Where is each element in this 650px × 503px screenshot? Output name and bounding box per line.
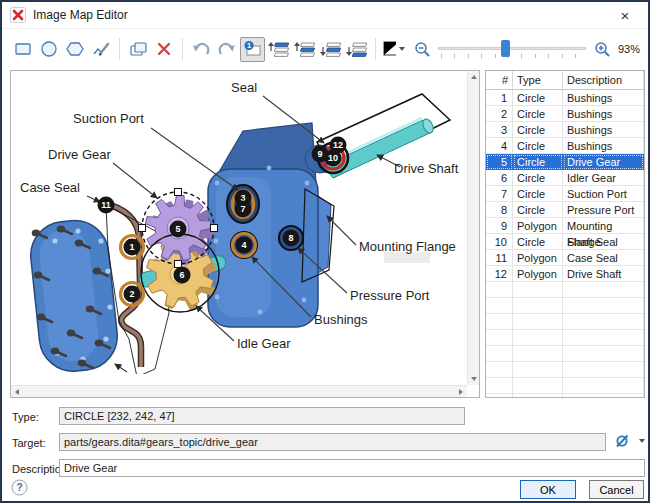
table-empty-row: [486, 282, 644, 298]
zoom-slider-track: [438, 47, 586, 50]
undo-button[interactable]: [188, 37, 213, 62]
description-field[interactable]: [59, 459, 645, 477]
show-numbers-toggle[interactable]: 1: [240, 37, 265, 62]
title-bar: Image Map Editor ×: [2, 2, 648, 29]
ok-button[interactable]: OK: [520, 480, 576, 499]
target-dropdown-icon[interactable]: [639, 439, 645, 443]
area-marker-11[interactable]: 11: [98, 197, 115, 214]
scroll-down-icon[interactable]: [471, 377, 477, 381]
areas-table: # Type Description 1CircleBushings2Circl…: [485, 70, 645, 398]
image-map-canvas-panel: SealSuction PortDrive GearCase SealDrive…: [10, 70, 480, 398]
horizontal-scrollbar[interactable]: [11, 385, 467, 397]
table-cell: Shaft Seal: [563, 234, 644, 250]
table-cell: Circle: [513, 154, 563, 170]
table-row[interactable]: 4CircleBushings: [486, 138, 644, 154]
selection-handle-w[interactable]: [139, 225, 146, 232]
freeform-tool-button[interactable]: [88, 37, 113, 62]
zoom-slider-thumb[interactable]: [501, 40, 510, 57]
delete-button[interactable]: [151, 37, 176, 62]
table-row[interactable]: 10CircleShaft Seal: [486, 234, 644, 250]
table-row[interactable]: 1CircleBushings: [486, 90, 644, 106]
bring-to-front-button[interactable]: [266, 37, 291, 62]
table-cell: Circle: [513, 122, 563, 138]
type-label: Type:: [12, 411, 39, 423]
edit-target-button[interactable]: [613, 432, 631, 450]
table-cell: 9: [486, 218, 513, 234]
redo-button[interactable]: [214, 37, 239, 62]
table-cell: Bushings: [563, 138, 644, 154]
bring-forward-button[interactable]: [292, 37, 317, 62]
area-marker-2[interactable]: 2: [121, 283, 144, 306]
cancel-button[interactable]: Cancel: [589, 480, 644, 499]
app-icon: [10, 7, 26, 23]
rectangle-tool-button[interactable]: [10, 37, 35, 62]
send-to-back-button[interactable]: [344, 37, 369, 62]
table-cell: Bushings: [563, 90, 644, 106]
toolbar-separator: [182, 38, 183, 60]
area-marker-6[interactable]: 6: [174, 267, 191, 284]
table-row[interactable]: 9PolygonMounting Flange: [486, 218, 644, 234]
area-marker-4[interactable]: 4: [233, 234, 256, 257]
table-cell: [563, 330, 644, 346]
rectangle-icon: [13, 39, 33, 59]
freeform-pencil-icon: [91, 39, 111, 59]
target-field[interactable]: [59, 433, 606, 451]
table-row[interactable]: 8CirclePressure Port: [486, 202, 644, 218]
area-marker-7[interactable]: 7: [235, 201, 252, 218]
area-marker-1[interactable]: 1: [121, 236, 144, 259]
zoom-out-icon[interactable]: [413, 40, 431, 58]
scroll-right-icon[interactable]: [459, 389, 463, 395]
close-button[interactable]: ×: [610, 3, 640, 27]
delete-x-icon: [154, 39, 174, 59]
area-marker-12[interactable]: 12: [330, 137, 347, 154]
zoom-controls: 93%: [413, 30, 640, 68]
table-row[interactable]: 3CircleBushings: [486, 122, 644, 138]
selection-handle-e[interactable]: [211, 225, 218, 232]
table-cell: Bushings: [563, 122, 644, 138]
chevron-down-icon: [399, 47, 405, 51]
selection-handle-s[interactable]: [175, 261, 182, 268]
vertical-scrollbar[interactable]: [467, 71, 479, 385]
help-icon[interactable]: ?: [11, 479, 28, 496]
send-backward-button[interactable]: [318, 37, 343, 62]
svg-text:?: ?: [16, 482, 22, 493]
area-marker-8[interactable]: 8: [283, 230, 300, 247]
table-body: 1CircleBushings2CircleBushings3CircleBus…: [486, 90, 644, 398]
table-cell: [513, 282, 563, 298]
table-cell: 6: [486, 170, 513, 186]
selection-handle-n[interactable]: [175, 189, 182, 196]
zoom-in-icon[interactable]: [593, 40, 611, 58]
column-header-type[interactable]: Type: [513, 71, 563, 89]
table-cell: Drive Gear: [563, 154, 644, 170]
table-cell: [513, 362, 563, 378]
table-cell: Circle: [513, 234, 563, 250]
bring-forward-icon: [294, 39, 316, 59]
column-header-description[interactable]: Description: [563, 71, 644, 89]
table-row[interactable]: 6CircleIdler Gear: [486, 170, 644, 186]
table-row[interactable]: 12PolygonDrive Shaft: [486, 266, 644, 282]
table-row[interactable]: 7CircleSuction Port: [486, 186, 644, 202]
svg-text:1: 1: [129, 242, 134, 252]
color-chooser-button[interactable]: [381, 37, 406, 62]
type-field: [59, 407, 465, 425]
column-header-number[interactable]: #: [486, 71, 513, 89]
scroll-left-icon[interactable]: [15, 389, 19, 395]
area-marker-5[interactable]: 5: [170, 221, 187, 238]
table-cell: 8: [486, 202, 513, 218]
table-cell: Polygon: [513, 250, 563, 266]
table-row[interactable]: 5CircleDrive Gear: [486, 154, 644, 170]
callout-label: Drive Gear: [48, 147, 112, 162]
image-map-canvas[interactable]: SealSuction PortDrive GearCase SealDrive…: [11, 71, 467, 374]
svg-text:4: 4: [241, 240, 246, 250]
duplicate-button[interactable]: [125, 37, 150, 62]
polygon-tool-button[interactable]: [62, 37, 87, 62]
ellipse-tool-button[interactable]: [36, 37, 61, 62]
table-empty-row: [486, 394, 644, 398]
zoom-slider[interactable]: [438, 36, 586, 62]
callout-label: Drive Shaft: [394, 161, 459, 176]
table-row[interactable]: 2CircleBushings: [486, 106, 644, 122]
table-cell: [486, 362, 513, 378]
table-row[interactable]: 11PolygonCase Seal: [486, 250, 644, 266]
callout-label: Seal: [231, 80, 257, 95]
scroll-up-icon[interactable]: [471, 75, 477, 79]
